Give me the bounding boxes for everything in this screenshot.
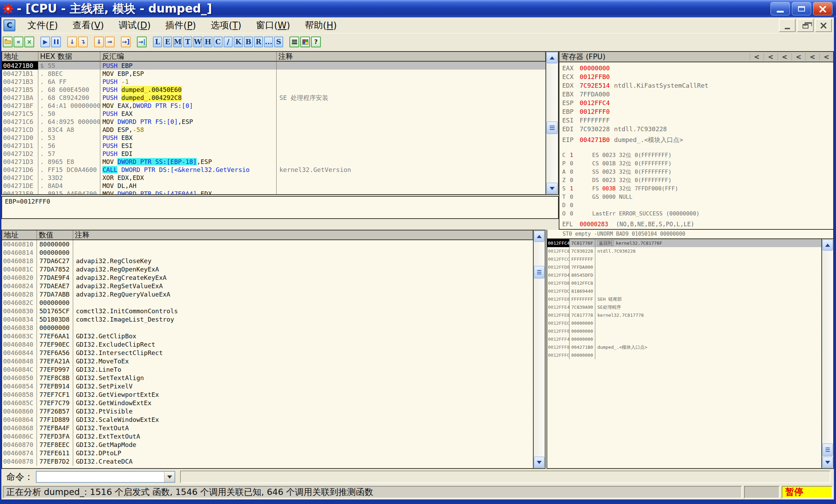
dump-row[interactable]: 004608305D1765CFcomctl32.InitCommonContr… xyxy=(2,307,533,315)
dump-row[interactable]: 004608345D1803D8comctl32.ImageList_Destr… xyxy=(2,315,533,324)
scroll-thumb[interactable] xyxy=(822,443,833,456)
comment-cell[interactable]: GDI32.ScaleWindowExtEx xyxy=(73,416,533,424)
register-row-ebp[interactable]: EBP0012FFF0 xyxy=(562,107,833,116)
code-cell[interactable]: MOV DL,AH xyxy=(100,182,277,190)
dump-row[interactable]: 0046086877EFBA4FGDI32.TextOutA xyxy=(2,424,533,432)
disasm-row[interactable]: 004271B1.8BECMOV EBP,ESP xyxy=(2,70,545,78)
menu-file[interactable]: 文件(F) xyxy=(20,17,65,33)
address-cell[interactable]: 004271BA xyxy=(2,94,38,102)
address-cell[interactable]: 004271D6 xyxy=(2,166,38,174)
disasm-row[interactable]: 004271C5.50PUSH EAX xyxy=(2,110,545,118)
hex-cell[interactable]: .6A FF xyxy=(38,78,100,86)
scroll-thumb[interactable] xyxy=(547,121,558,134)
disasm-row[interactable]: 004271B0$55PUSH EBP xyxy=(2,62,545,70)
address-cell[interactable]: 0012FFF0 xyxy=(547,327,570,335)
hex-cell[interactable]: $55 xyxy=(38,62,100,70)
dump-col-header-value[interactable]: 数值 xyxy=(37,230,73,240)
hex-cell[interactable]: .8965 E8 xyxy=(38,158,100,166)
comment-cell[interactable]: GDI32.GetClipBox xyxy=(73,332,533,340)
comment-cell[interactable]: advapi32.RegOpenKeyExA xyxy=(73,265,533,274)
command-dropdown-button[interactable] xyxy=(164,472,175,482)
dump-row[interactable]: 0046086077F26B57GDI32.PtVisible xyxy=(2,407,533,416)
value-cell[interactable]: 77EFE611 xyxy=(37,449,73,457)
address-cell[interactable]: 0012FFC4 xyxy=(547,239,570,247)
address-cell[interactable]: 0012FFF8 xyxy=(547,343,570,351)
value-cell[interactable]: 80545DFD xyxy=(570,271,595,279)
disassembly-scrollbar[interactable] xyxy=(545,52,558,194)
view-references-button[interactable]: R xyxy=(254,37,263,47)
comment-cell[interactable] xyxy=(277,62,545,70)
animate-into-button[interactable]: ⇓ xyxy=(94,37,104,47)
collapse-arrow-button[interactable]: < xyxy=(791,53,805,61)
code-cell[interactable]: PUSH EBX xyxy=(100,134,277,142)
flag-row-d[interactable]: D0 xyxy=(562,201,833,210)
cpu-window-icon[interactable]: C xyxy=(3,19,15,31)
value-cell[interactable]: 00000000 xyxy=(570,351,595,359)
value-cell[interactable]: 7FFDA000 xyxy=(570,263,595,271)
hex-cell[interactable]: .33D2 xyxy=(38,174,100,182)
comment-cell[interactable] xyxy=(595,319,821,327)
col-header-address[interactable]: 地址 xyxy=(2,52,38,62)
menu-debug[interactable]: 调试(D) xyxy=(111,17,158,33)
address-cell[interactable]: 00460840 xyxy=(2,340,37,349)
comment-cell[interactable]: SE处理程序 xyxy=(595,303,821,311)
value-cell[interactable]: 77EF6A56 xyxy=(37,349,73,357)
disasm-row[interactable]: 004271DC.33D2XOR EDX,EDX xyxy=(2,174,545,182)
register-row-ecx[interactable]: ECX0012FFB0 xyxy=(562,72,833,81)
address-cell[interactable]: 00460838 xyxy=(2,324,37,332)
scroll-down-button[interactable] xyxy=(822,457,833,468)
dump-row[interactable]: 0046084477EF6A56GDI32.IntersectClipRect xyxy=(2,349,533,357)
stack-row[interactable]: 0012FFDC81869440 xyxy=(547,287,821,295)
comment-cell[interactable] xyxy=(277,158,545,166)
value-cell[interactable]: 004271B0 xyxy=(570,343,595,351)
comment-cell[interactable]: advapi32.RegCreateKeyExA xyxy=(73,274,533,282)
code-cell[interactable]: PUSH EAX xyxy=(100,110,277,118)
stack-row[interactable]: 0012FFF000000000 xyxy=(547,327,821,335)
address-cell[interactable]: 0046082C xyxy=(2,299,37,307)
address-cell[interactable]: 004271CD xyxy=(2,126,38,134)
address-cell[interactable]: 0012FFCC xyxy=(547,255,570,263)
register-row-esi[interactable]: ESIFFFFFFFF xyxy=(562,116,833,125)
address-cell[interactable]: 004271B3 xyxy=(2,78,38,86)
dump-row[interactable]: 0046086477F1D889GDI32.ScaleWindowExtEx xyxy=(2,416,533,424)
address-cell[interactable]: 0012FFE8 xyxy=(547,311,570,319)
value-cell[interactable]: 00000000 xyxy=(37,324,73,332)
execute-till-return-button[interactable]: →] xyxy=(121,37,131,47)
hex-cell[interactable]: .8BEC xyxy=(38,70,100,78)
comment-cell[interactable]: kernel32.GetVersion xyxy=(277,166,545,174)
comment-cell[interactable] xyxy=(73,299,533,307)
value-cell[interactable]: 00000000 xyxy=(570,327,595,335)
value-cell[interactable]: 77DA7852 xyxy=(37,265,73,274)
view-memory-button[interactable]: M xyxy=(173,37,182,47)
comment-cell[interactable]: advapi32.RegCloseKey xyxy=(73,257,533,265)
comment-cell[interactable]: GDI32.LineTo xyxy=(73,365,533,374)
dump-col-header-address[interactable]: 地址 xyxy=(2,230,37,240)
address-cell[interactable]: 00460870 xyxy=(2,441,37,449)
stack-row[interactable]: 0012FFC87C930228ntdll.7C930228 xyxy=(547,247,821,255)
comment-cell[interactable]: advapi32.RegQueryValueExA xyxy=(73,290,533,299)
value-cell[interactable]: 7C930228 xyxy=(570,247,595,255)
disasm-row[interactable]: 004271D1.56PUSH ESI xyxy=(2,142,545,150)
dump-row[interactable]: 0046081080000000 xyxy=(2,240,533,249)
comment-cell[interactable] xyxy=(277,190,545,194)
register-row-ebx[interactable]: EBX7FFDA000 xyxy=(562,90,833,99)
value-cell[interactable]: 77EF7C79 xyxy=(37,399,73,407)
comment-cell[interactable]: GDI32.PtVisible xyxy=(73,407,533,416)
view-executables-button[interactable]: E xyxy=(163,37,172,47)
comment-cell[interactable] xyxy=(277,182,545,190)
address-cell[interactable]: 004271D0 xyxy=(2,134,38,142)
value-cell[interactable]: 77EF6AA1 xyxy=(37,332,73,340)
eip-register-row[interactable]: EIP004271B0dumped_.<模块入口点> xyxy=(562,135,833,144)
dump-row[interactable]: 0046085C77EF7C79GDI32.GetWindowExtEx xyxy=(2,399,533,407)
address-cell[interactable]: 00460830 xyxy=(2,307,37,315)
view-breakpoints-button[interactable]: B xyxy=(244,37,253,47)
address-cell[interactable]: 0046083C xyxy=(2,332,37,340)
menu-help[interactable]: 帮助(H) xyxy=(297,17,344,33)
close-button[interactable]: × xyxy=(813,2,833,15)
comment-cell[interactable] xyxy=(277,174,545,182)
comment-cell[interactable]: GDI32.TextOutA xyxy=(73,424,533,432)
address-cell[interactable]: 00460854 xyxy=(2,382,37,391)
disasm-row[interactable]: 004271DE.8AD4MOV DL,AH xyxy=(2,182,545,190)
disasm-row[interactable]: 004271C6.64:8925 00000000MOV DWORD PTR F… xyxy=(2,118,545,126)
comment-cell[interactable]: GDI32.GetViewportExtEx xyxy=(73,391,533,399)
